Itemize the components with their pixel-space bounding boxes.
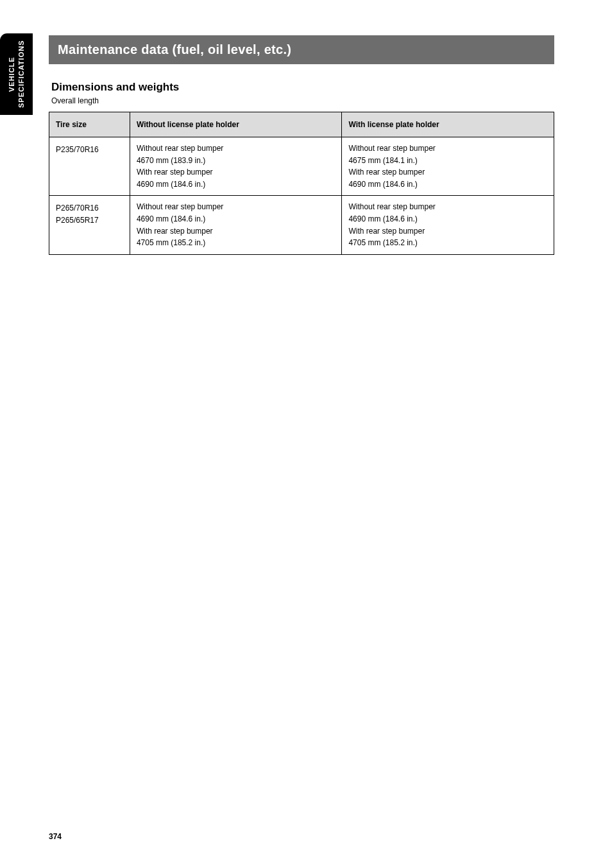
cell-without: Without rear step bumper4670 mm (183.9 i… bbox=[130, 137, 342, 196]
page-number: 374 bbox=[49, 832, 62, 841]
table-row: P235/70R16 Without rear step bumper4670 … bbox=[49, 137, 554, 196]
minor-label: Overall length bbox=[51, 96, 554, 105]
cell-without: Without rear step bumper4690 mm (184.6 i… bbox=[130, 196, 342, 254]
table-row: P265/70R16P265/65R17 Without rear step b… bbox=[49, 196, 554, 254]
col-header-tire: Tire size bbox=[49, 112, 130, 137]
col-header-without: Without license plate holder bbox=[130, 112, 342, 137]
col-header-with: With license plate holder bbox=[342, 112, 554, 137]
cell-with: Without rear step bumper4675 mm (184.1 i… bbox=[342, 137, 554, 196]
side-tab-label: VEHICLE SPECIFICATIONS bbox=[7, 33, 26, 115]
subtitle: Dimensions and weights bbox=[51, 81, 554, 94]
cell-tire: P265/70R16P265/65R17 bbox=[49, 196, 130, 254]
spec-table: Tire size Without license plate holder W… bbox=[49, 112, 554, 255]
cell-tire: P235/70R16 bbox=[49, 137, 130, 196]
main-content: Maintenance data (fuel, oil level, etc.)… bbox=[49, 35, 554, 255]
cell-with: Without rear step bumper4690 mm (184.6 i… bbox=[342, 196, 554, 254]
section-heading: Maintenance data (fuel, oil level, etc.) bbox=[49, 35, 554, 64]
table-header-row: Tire size Without license plate holder W… bbox=[49, 112, 554, 137]
side-tab: VEHICLE SPECIFICATIONS bbox=[0, 33, 33, 115]
